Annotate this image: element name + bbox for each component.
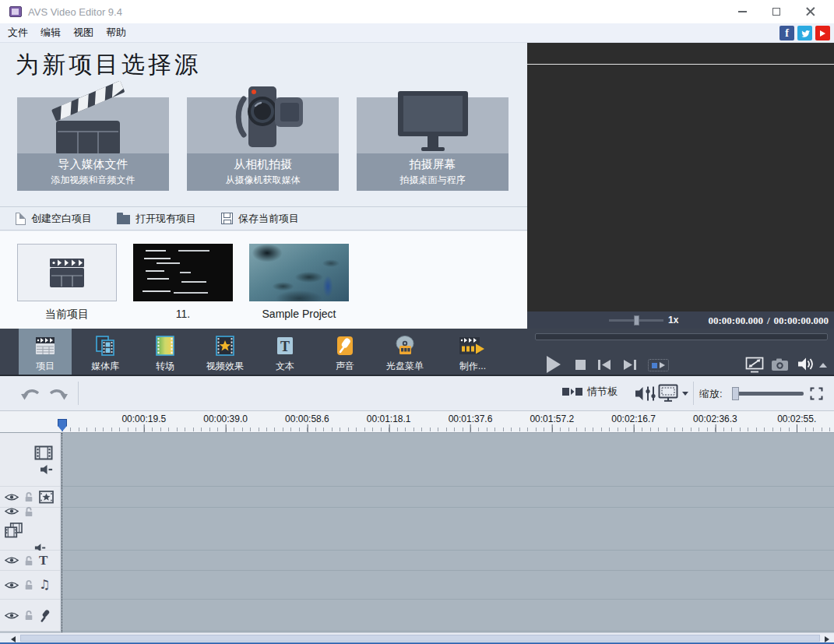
snapshot-camera-icon[interactable] xyxy=(771,358,789,371)
main-tab-bar: 项目 媒体库 转场 xyxy=(0,329,834,376)
tab-disc-menu-label: 光盘菜单 xyxy=(386,360,424,373)
video-effects-track-row xyxy=(0,487,834,508)
open-folder-icon xyxy=(117,215,130,224)
close-button[interactable] xyxy=(794,0,828,23)
storyboard-toggle[interactable]: 情节板 xyxy=(562,385,618,399)
lock-icon[interactable] xyxy=(24,610,33,621)
twitter-icon[interactable] xyxy=(797,26,812,40)
title-bar: AVS Video Editor 9.4 xyxy=(0,0,834,23)
tab-media-library-label: 媒体库 xyxy=(91,360,119,373)
menu-help[interactable]: 帮助 xyxy=(100,26,132,40)
audio-mixer-icon[interactable] xyxy=(635,385,656,402)
speed-slider-handle[interactable] xyxy=(634,315,639,326)
tab-video-effects[interactable]: 视频效果 xyxy=(199,329,252,375)
playhead-line xyxy=(62,433,62,632)
play-button[interactable] xyxy=(547,356,561,373)
menu-file[interactable]: 文件 xyxy=(2,26,34,40)
previous-frame-button[interactable] xyxy=(598,360,611,370)
save-project-label: 保存当前项目 xyxy=(238,212,299,226)
eye-icon[interactable] xyxy=(5,581,19,589)
overlay-track-lane[interactable] xyxy=(61,508,834,551)
text-track-lane[interactable] xyxy=(61,551,834,571)
tab-audio[interactable]: 声音 xyxy=(318,329,371,375)
capture-screen-label: 拍摄屏幕 xyxy=(357,157,508,172)
scroll-right-arrow[interactable] xyxy=(825,636,829,642)
stop-button[interactable] xyxy=(575,360,586,370)
speed-slider[interactable] xyxy=(609,319,663,322)
zoom-slider-handle[interactable] xyxy=(732,387,739,400)
recent-project-item[interactable]: 11. xyxy=(133,244,233,329)
microphone-icon xyxy=(333,334,357,357)
lock-icon[interactable] xyxy=(24,506,33,517)
speed-value: 1x xyxy=(668,315,678,326)
menu-view[interactable]: 视图 xyxy=(67,26,100,40)
sample-project-thumbnail[interactable] xyxy=(249,244,349,301)
eye-icon[interactable] xyxy=(5,493,19,501)
lock-icon[interactable] xyxy=(24,555,33,566)
menu-edit[interactable]: 编辑 xyxy=(34,26,67,40)
muted-speaker-icon[interactable] xyxy=(40,465,53,474)
tab-media-library[interactable]: 媒体库 xyxy=(79,329,132,375)
ruler-tick-label: 00:01:37.6 xyxy=(449,413,493,424)
scrollbar-thumb[interactable] xyxy=(20,635,820,642)
lock-icon[interactable] xyxy=(24,579,33,590)
volume-expand-arrow[interactable] xyxy=(819,363,827,368)
current-project-thumbnail[interactable] xyxy=(17,244,117,301)
fit-to-timeline-icon[interactable] xyxy=(810,387,823,400)
ruler-tick-label: 00:00:39.0 xyxy=(203,413,248,424)
ruler-tick-label: 00:01:57.2 xyxy=(530,413,574,424)
capture-camera-card[interactable]: 从相机拍摄 从摄像机获取媒体 xyxy=(187,97,339,191)
maximize-button[interactable] xyxy=(759,0,794,23)
seek-bar[interactable] xyxy=(535,333,828,340)
monitor-icon xyxy=(390,86,476,158)
import-media-card[interactable]: 导入媒体文件 添加视频和音频文件 xyxy=(17,97,169,191)
sample-project-label: Sample Project xyxy=(249,308,349,320)
clapperboard-icon xyxy=(33,334,57,357)
capture-screen-card[interactable]: 拍摄屏幕 拍摄桌面与程序 xyxy=(357,97,508,191)
scroll-left-arrow[interactable] xyxy=(11,636,16,642)
new-project-button[interactable]: 创建空白项目 xyxy=(16,212,92,226)
timeline-zoom-slider[interactable] xyxy=(732,392,804,396)
open-project-button[interactable]: 打开现有项目 xyxy=(117,212,196,226)
video-effects-icon xyxy=(213,334,237,357)
window-title: AVS Video Editor 9.4 xyxy=(28,6,122,18)
eye-icon[interactable] xyxy=(5,611,19,620)
main-video-track-lane[interactable] xyxy=(61,433,834,487)
step-playback-button[interactable] xyxy=(648,359,669,371)
minimize-button[interactable] xyxy=(725,0,759,23)
monitor-select-dropdown[interactable] xyxy=(658,384,688,402)
fullscreen-icon[interactable] xyxy=(745,357,764,373)
save-project-button[interactable]: 保存当前项目 xyxy=(221,212,299,226)
tab-transitions[interactable]: 转场 xyxy=(139,329,192,375)
tab-text-label: 文本 xyxy=(276,360,294,373)
recent-project-label: 11. xyxy=(133,308,233,320)
redo-button[interactable] xyxy=(47,386,69,401)
media-library-icon xyxy=(93,334,117,357)
voice-track-lane[interactable] xyxy=(61,600,834,632)
eye-icon[interactable] xyxy=(5,556,19,565)
capture-camera-sublabel: 从摄像机获取媒体 xyxy=(187,174,339,187)
eye-icon[interactable] xyxy=(5,507,19,516)
next-frame-button[interactable] xyxy=(623,360,636,370)
timeline-ruler[interactable]: 00:00:19.500:00:39.000:00:58.600:01:18.1… xyxy=(0,411,834,433)
audio-track-lane[interactable] xyxy=(61,571,834,600)
tab-text[interactable]: T 文本 xyxy=(259,329,311,375)
zoom-label: 缩放: xyxy=(699,387,723,401)
undo-button[interactable] xyxy=(20,386,42,401)
current-project-item[interactable]: 当前项目 xyxy=(17,244,117,329)
tab-disc-menu[interactable]: 光盘菜单 xyxy=(378,329,431,375)
monitor-icon xyxy=(658,384,678,402)
youtube-icon[interactable] xyxy=(815,26,830,40)
video-effects-track-lane[interactable] xyxy=(61,487,834,508)
facebook-icon[interactable]: f xyxy=(779,26,794,40)
text-track-row: T xyxy=(0,551,834,571)
recent-project-thumbnail[interactable] xyxy=(133,244,233,301)
sample-project-item[interactable]: Sample Project xyxy=(249,244,349,329)
tab-produce-label: 制作... xyxy=(459,360,486,373)
camcorder-icon xyxy=(220,80,306,157)
tab-produce[interactable]: 制作... xyxy=(440,329,505,375)
tab-project[interactable]: 项目 xyxy=(19,329,72,375)
volume-icon[interactable] xyxy=(797,357,814,371)
lock-icon[interactable] xyxy=(24,491,33,502)
capture-camera-label: 从相机拍摄 xyxy=(187,157,339,172)
